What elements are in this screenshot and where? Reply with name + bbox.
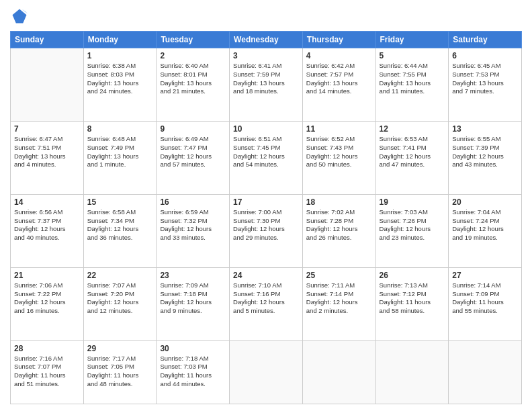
day-number: 24 — [233, 271, 299, 280]
day-number: 27 — [452, 271, 518, 280]
calendar-cell: 18Sunrise: 7:02 AM Sunset: 7:28 PM Dayli… — [302, 194, 375, 267]
day-number: 17 — [233, 197, 299, 207]
calendar-cell — [230, 340, 303, 404]
calendar-cell: 26Sunrise: 7:13 AM Sunset: 7:12 PM Dayli… — [375, 267, 449, 340]
day-info: Sunrise: 6:40 AM Sunset: 8:01 PM Dayligh… — [160, 62, 226, 96]
day-number: 25 — [306, 271, 372, 280]
day-info: Sunrise: 7:14 AM Sunset: 7:09 PM Dayligh… — [452, 281, 518, 316]
day-number: 28 — [14, 344, 80, 353]
calendar-cell: 17Sunrise: 7:00 AM Sunset: 7:30 PM Dayli… — [230, 194, 303, 267]
calendar-header-wednesday: Wednesday — [230, 32, 303, 48]
day-info: Sunrise: 6:38 AM Sunset: 8:03 PM Dayligh… — [87, 62, 153, 96]
calendar-cell: 5Sunrise: 6:44 AM Sunset: 7:55 PM Daylig… — [375, 48, 449, 122]
logo — [10, 7, 32, 26]
day-number: 2 — [160, 51, 226, 60]
day-number: 14 — [14, 197, 80, 207]
day-number: 4 — [306, 51, 372, 60]
calendar-cell: 14Sunrise: 6:56 AM Sunset: 7:37 PM Dayli… — [11, 194, 84, 267]
day-info: Sunrise: 7:00 AM Sunset: 7:30 PM Dayligh… — [233, 208, 299, 242]
day-info: Sunrise: 6:41 AM Sunset: 7:59 PM Dayligh… — [233, 62, 299, 96]
day-info: Sunrise: 7:11 AM Sunset: 7:14 PM Dayligh… — [306, 281, 372, 316]
calendar-cell: 12Sunrise: 6:53 AM Sunset: 7:41 PM Dayli… — [375, 121, 449, 194]
calendar-cell — [449, 340, 522, 404]
page: SundayMondayTuesdayWednesdayThursdayFrid… — [0, 0, 532, 411]
day-info: Sunrise: 6:44 AM Sunset: 7:55 PM Dayligh… — [380, 62, 445, 96]
day-info: Sunrise: 6:45 AM Sunset: 7:53 PM Dayligh… — [452, 62, 518, 96]
day-number: 9 — [160, 124, 226, 134]
calendar-header-sunday: Sunday — [11, 32, 84, 48]
day-number: 19 — [380, 197, 445, 207]
calendar-cell: 30Sunrise: 7:18 AM Sunset: 7:03 PM Dayli… — [157, 340, 230, 404]
day-number: 6 — [452, 51, 518, 60]
day-info: Sunrise: 7:06 AM Sunset: 7:22 PM Dayligh… — [14, 281, 80, 316]
day-number: 11 — [306, 124, 372, 134]
calendar-week-row: 14Sunrise: 6:56 AM Sunset: 7:37 PM Dayli… — [11, 194, 522, 267]
svg-marker-0 — [13, 9, 27, 24]
day-number: 3 — [233, 51, 299, 60]
calendar-cell: 21Sunrise: 7:06 AM Sunset: 7:22 PM Dayli… — [11, 267, 84, 340]
day-number: 18 — [306, 197, 372, 207]
logo-icon — [10, 7, 29, 26]
day-number: 23 — [160, 271, 226, 280]
day-info: Sunrise: 6:47 AM Sunset: 7:51 PM Dayligh… — [14, 135, 80, 169]
day-info: Sunrise: 7:13 AM Sunset: 7:12 PM Dayligh… — [380, 281, 445, 316]
day-number: 5 — [380, 51, 445, 60]
calendar-header-thursday: Thursday — [302, 32, 375, 48]
calendar-cell — [11, 48, 84, 122]
calendar-cell: 6Sunrise: 6:45 AM Sunset: 7:53 PM Daylig… — [449, 48, 522, 122]
calendar-header-saturday: Saturday — [449, 32, 522, 48]
calendar-cell: 20Sunrise: 7:04 AM Sunset: 7:24 PM Dayli… — [449, 194, 522, 267]
calendar-cell: 4Sunrise: 6:42 AM Sunset: 7:57 PM Daylig… — [302, 48, 375, 122]
day-info: Sunrise: 7:02 AM Sunset: 7:28 PM Dayligh… — [306, 208, 372, 242]
calendar-cell: 28Sunrise: 7:16 AM Sunset: 7:07 PM Dayli… — [11, 340, 84, 404]
calendar-header-monday: Monday — [83, 32, 157, 48]
day-info: Sunrise: 7:10 AM Sunset: 7:16 PM Dayligh… — [233, 281, 299, 316]
calendar-cell: 25Sunrise: 7:11 AM Sunset: 7:14 PM Dayli… — [302, 267, 375, 340]
calendar-week-row: 21Sunrise: 7:06 AM Sunset: 7:22 PM Dayli… — [11, 267, 522, 340]
day-number: 12 — [380, 124, 445, 134]
calendar-week-row: 7Sunrise: 6:47 AM Sunset: 7:51 PM Daylig… — [11, 121, 522, 194]
day-info: Sunrise: 7:17 AM Sunset: 7:05 PM Dayligh… — [87, 355, 153, 389]
day-number: 15 — [87, 197, 153, 207]
day-number: 10 — [233, 124, 299, 134]
day-number: 20 — [452, 197, 518, 207]
calendar-cell: 27Sunrise: 7:14 AM Sunset: 7:09 PM Dayli… — [449, 267, 522, 340]
calendar-table: SundayMondayTuesdayWednesdayThursdayFrid… — [10, 31, 522, 404]
day-info: Sunrise: 7:16 AM Sunset: 7:07 PM Dayligh… — [14, 355, 80, 389]
day-number: 26 — [380, 271, 445, 280]
day-number: 29 — [87, 344, 153, 353]
day-info: Sunrise: 6:58 AM Sunset: 7:34 PM Dayligh… — [87, 208, 153, 242]
day-info: Sunrise: 7:09 AM Sunset: 7:18 PM Dayligh… — [160, 281, 226, 316]
day-number: 8 — [87, 124, 153, 134]
day-info: Sunrise: 6:55 AM Sunset: 7:39 PM Dayligh… — [452, 135, 518, 169]
day-number: 13 — [452, 124, 518, 134]
calendar-cell: 1Sunrise: 6:38 AM Sunset: 8:03 PM Daylig… — [83, 48, 157, 122]
calendar-cell: 23Sunrise: 7:09 AM Sunset: 7:18 PM Dayli… — [157, 267, 230, 340]
day-info: Sunrise: 7:18 AM Sunset: 7:03 PM Dayligh… — [160, 355, 226, 389]
day-info: Sunrise: 7:07 AM Sunset: 7:20 PM Dayligh… — [87, 281, 153, 316]
calendar-week-row: 1Sunrise: 6:38 AM Sunset: 8:03 PM Daylig… — [11, 48, 522, 122]
day-number: 22 — [87, 271, 153, 280]
day-info: Sunrise: 6:42 AM Sunset: 7:57 PM Dayligh… — [306, 62, 372, 96]
day-info: Sunrise: 6:51 AM Sunset: 7:45 PM Dayligh… — [233, 135, 299, 169]
day-info: Sunrise: 6:48 AM Sunset: 7:49 PM Dayligh… — [87, 135, 153, 169]
calendar-header-friday: Friday — [375, 32, 449, 48]
calendar-cell: 15Sunrise: 6:58 AM Sunset: 7:34 PM Dayli… — [83, 194, 157, 267]
calendar-cell: 13Sunrise: 6:55 AM Sunset: 7:39 PM Dayli… — [449, 121, 522, 194]
calendar-week-row: 28Sunrise: 7:16 AM Sunset: 7:07 PM Dayli… — [11, 340, 522, 404]
day-info: Sunrise: 7:03 AM Sunset: 7:26 PM Dayligh… — [380, 208, 445, 242]
calendar-cell: 11Sunrise: 6:52 AM Sunset: 7:43 PM Dayli… — [302, 121, 375, 194]
calendar-cell: 9Sunrise: 6:49 AM Sunset: 7:47 PM Daylig… — [157, 121, 230, 194]
calendar-cell: 3Sunrise: 6:41 AM Sunset: 7:59 PM Daylig… — [230, 48, 303, 122]
day-number: 7 — [14, 124, 80, 134]
day-info: Sunrise: 6:59 AM Sunset: 7:32 PM Dayligh… — [160, 208, 226, 242]
calendar-cell: 22Sunrise: 7:07 AM Sunset: 7:20 PM Dayli… — [83, 267, 157, 340]
calendar-header-row: SundayMondayTuesdayWednesdayThursdayFrid… — [11, 32, 522, 48]
calendar-cell: 10Sunrise: 6:51 AM Sunset: 7:45 PM Dayli… — [230, 121, 303, 194]
day-number: 1 — [87, 51, 153, 60]
day-number: 30 — [160, 344, 226, 353]
calendar-cell — [302, 340, 375, 404]
calendar-cell: 8Sunrise: 6:48 AM Sunset: 7:49 PM Daylig… — [83, 121, 157, 194]
day-info: Sunrise: 6:52 AM Sunset: 7:43 PM Dayligh… — [306, 135, 372, 169]
calendar-cell: 24Sunrise: 7:10 AM Sunset: 7:16 PM Dayli… — [230, 267, 303, 340]
